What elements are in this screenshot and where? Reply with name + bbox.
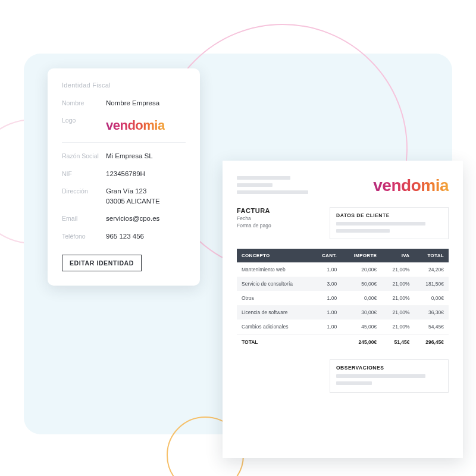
label-nombre: Nombre [62, 98, 106, 107]
label-direccion: Dirección [62, 186, 106, 195]
total-label: TOTAL [237, 334, 312, 350]
invoice-meta-row: FACTURA Fecha Forma de pago DATOS DE CLI… [237, 207, 449, 239]
cell-concepto: Otros [237, 291, 312, 305]
col-importe: IMPORTE [342, 249, 381, 262]
cell-cant: 1.00 [312, 305, 342, 320]
table-row: Servicio de consultoría3.0050,00€21,00%1… [237, 277, 449, 291]
cell-cant: 1.00 [312, 262, 342, 277]
placeholder-line [336, 222, 425, 226]
identity-row-logo: Logo vendomia [62, 115, 186, 135]
cell-concepto: Servicio de consultoría [237, 277, 312, 291]
value-nif: 123456789H [106, 169, 186, 179]
cell-importe: 45,00€ [342, 320, 381, 334]
value-telefono: 965 123 456 [106, 231, 186, 242]
label-email: Email [62, 214, 106, 222]
vendomia-logo: vendomia [106, 118, 165, 133]
cell-importe: 20,00€ [342, 262, 381, 277]
cell-cant: 3.00 [312, 277, 342, 291]
table-row: Otros1.000,00€21,00%0,00€ [237, 291, 449, 305]
value-nombre: Nombre Empresa [106, 98, 186, 108]
col-concepto: CONCEPTO [237, 249, 312, 262]
placeholder-line [237, 190, 308, 194]
identity-row-direccion: Dirección Gran Vía 123 03005 ALICANTE [62, 186, 186, 207]
cell-importe: 30,00€ [342, 305, 381, 320]
col-total: TOTAL [414, 249, 449, 262]
cell-iva: 21,00% [381, 320, 414, 334]
cell-total: 181,50€ [414, 277, 449, 291]
cell-importe: 50,00€ [342, 277, 381, 291]
invoice-meta-fecha: Fecha [237, 215, 271, 221]
value-direccion: Gran Vía 123 03005 ALICANTE [106, 186, 186, 207]
invoice-total-row: TOTAL 245,00€ 51,45€ 296,45€ [237, 334, 449, 350]
cell-iva: 21,00% [381, 305, 414, 320]
identity-row-telefono: Teléfono 965 123 456 [62, 231, 186, 242]
value-logo: vendomia [106, 115, 186, 135]
identity-card-title: Identidad Fiscal [62, 82, 186, 89]
identity-row-nif: NIF 123456789H [62, 169, 186, 179]
value-razon: Mi Empresa SL [106, 151, 186, 161]
placeholder-line [237, 176, 290, 180]
table-row: Mantenimiento web1.0020,00€21,00%24,20€ [237, 262, 449, 277]
edit-identity-button[interactable]: EDITAR IDENTIDAD [62, 255, 142, 271]
identity-row-nombre: Nombre Nombre Empresa [62, 98, 186, 108]
cell-iva: 21,00% [381, 291, 414, 305]
invoice-company-placeholder [237, 176, 308, 194]
invoice-document: vendomia FACTURA Fecha Forma de pago DAT… [223, 161, 463, 458]
label-telefono: Teléfono [62, 231, 106, 240]
placeholder-line [237, 183, 273, 187]
cell-cant: 1.00 [312, 291, 342, 305]
table-row: Cambios adicionales1.0045,00€21,00%54,45… [237, 320, 449, 334]
direccion-line1: Gran Vía 123 [106, 187, 146, 195]
cell-total: 24,20€ [414, 262, 449, 277]
total-iva: 51,45€ [381, 334, 414, 350]
stage: Identidad Fiscal Nombre Nombre Empresa L… [0, 0, 476, 476]
invoice-table: CONCEPTO CANT. IMPORTE IVA TOTAL Manteni… [237, 249, 449, 350]
client-data-title: DATOS DE CLIENTE [336, 212, 442, 218]
identity-row-email: Email servicios@cpo.es [62, 214, 186, 224]
identity-divider [62, 142, 186, 143]
label-logo: Logo [62, 115, 106, 124]
invoice-table-body: Mantenimiento web1.0020,00€21,00%24,20€S… [237, 262, 449, 334]
placeholder-line [336, 381, 372, 385]
table-row: Licencia de software1.0030,00€21,00%36,3… [237, 305, 449, 320]
cell-iva: 21,00% [381, 262, 414, 277]
client-data-box: DATOS DE CLIENTE [330, 207, 449, 239]
invoice-header: vendomia [237, 176, 449, 195]
client-data-placeholder [336, 222, 442, 233]
value-email: servicios@cpo.es [106, 214, 186, 224]
cell-total: 36,30€ [414, 305, 449, 320]
invoice-meta-left: FACTURA Fecha Forma de pago [237, 207, 271, 239]
cell-cant: 1.00 [312, 320, 342, 334]
observations-title: OBSERVACIONES [336, 365, 442, 371]
placeholder-line [336, 374, 425, 378]
invoice-meta-forma-pago: Forma de pago [237, 223, 271, 228]
label-razon: Razón Social [62, 151, 106, 159]
cell-total: 0,00€ [414, 291, 449, 305]
total-total: 296,45€ [414, 334, 449, 350]
invoice-vendomia-logo: vendomia [373, 176, 449, 195]
cell-concepto: Mantenimiento web [237, 262, 312, 277]
placeholder-line [336, 229, 390, 233]
cell-iva: 21,00% [381, 277, 414, 291]
identity-row-razon: Razón Social Mi Empresa SL [62, 151, 186, 161]
observations-placeholder [336, 374, 442, 385]
cell-importe: 0,00€ [342, 291, 381, 305]
direccion-line2: 03005 ALICANTE [106, 198, 160, 205]
observations-box: OBSERVACIONES [330, 359, 449, 393]
identity-card: Identidad Fiscal Nombre Nombre Empresa L… [48, 68, 200, 286]
invoice-title: FACTURA [237, 207, 271, 214]
total-importe: 245,00€ [342, 334, 381, 350]
cell-concepto: Licencia de software [237, 305, 312, 320]
col-iva: IVA [381, 249, 414, 262]
col-cant: CANT. [312, 249, 342, 262]
invoice-table-header-row: CONCEPTO CANT. IMPORTE IVA TOTAL [237, 249, 449, 262]
label-nif: NIF [62, 169, 106, 177]
cell-total: 54,45€ [414, 320, 449, 334]
cell-concepto: Cambios adicionales [237, 320, 312, 334]
